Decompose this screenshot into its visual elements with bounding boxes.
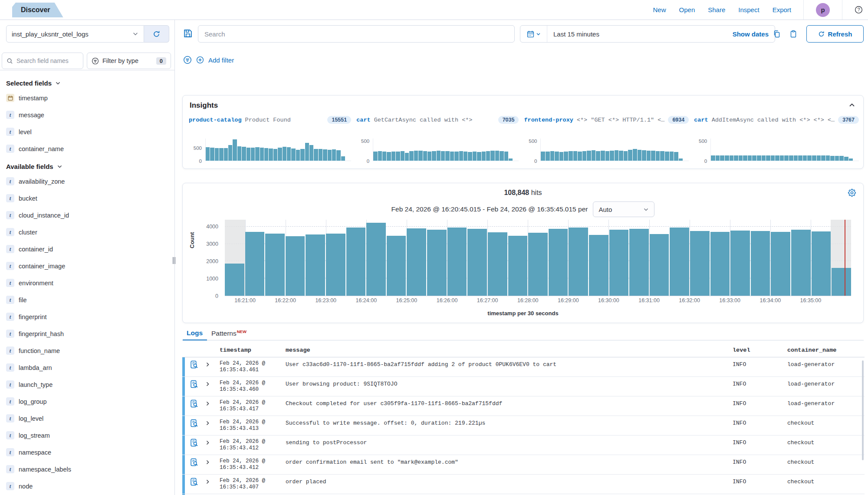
table-row[interactable]: Feb 24, 2026 @16:35:43.417Checkout compl…: [182, 396, 865, 416]
header-link-share[interactable]: Share: [708, 6, 725, 13]
app-tab-discover[interactable]: Discover: [12, 3, 63, 17]
histogram-bar[interactable]: [771, 232, 790, 296]
histogram-bar[interactable]: [832, 268, 851, 296]
table-row[interactable]: Feb 24, 2026 @16:35:43.461User c33ac6d0-…: [182, 357, 865, 377]
chevron-right-icon[interactable]: [202, 436, 215, 455]
header-link-inspect[interactable]: Inspect: [738, 6, 759, 13]
field-item-function_name[interactable]: tfunction_name: [6, 342, 168, 359]
histogram-bar[interactable]: [508, 236, 528, 296]
field-item-namespace[interactable]: tnamespace: [6, 444, 168, 461]
histogram-bar[interactable]: [366, 223, 386, 296]
table-row[interactable]: Feb 24, 2026 @16:35:43.407order placedIN…: [182, 475, 865, 494]
header-link-export[interactable]: Export: [773, 6, 791, 13]
histogram-bar[interactable]: [447, 228, 467, 296]
interval-select[interactable]: Auto: [593, 201, 654, 217]
field-item-cluster[interactable]: tcluster: [6, 224, 168, 241]
histogram-bar[interactable]: [467, 229, 487, 296]
gear-icon[interactable]: [848, 188, 856, 197]
histogram-bar[interactable]: [245, 232, 265, 296]
field-item-container_name[interactable]: tcontainer_name: [6, 140, 168, 157]
histogram-bar[interactable]: [569, 228, 588, 296]
expand-document-icon[interactable]: [185, 377, 202, 396]
filter-list-icon[interactable]: [183, 56, 192, 64]
field-item-namespace_labels[interactable]: tnamespace_labels: [6, 461, 168, 478]
sidebar-resize-handle[interactable]: [171, 256, 177, 265]
expand-document-icon[interactable]: [185, 455, 202, 474]
plus-circle-icon[interactable]: [196, 56, 204, 64]
col-message[interactable]: message: [284, 347, 733, 353]
histogram-bar[interactable]: [730, 231, 750, 296]
histogram-bar[interactable]: [751, 231, 770, 296]
field-item-log_group[interactable]: tlog_group: [6, 393, 168, 410]
chevron-right-icon[interactable]: [202, 416, 215, 435]
chevron-right-icon[interactable]: [202, 396, 215, 416]
clipboard-icon[interactable]: [786, 27, 800, 41]
expand-document-icon[interactable]: [185, 396, 202, 416]
tab-logs[interactable]: Logs: [187, 329, 203, 337]
histogram-bar[interactable]: [265, 234, 285, 296]
chevron-right-icon[interactable]: [202, 377, 215, 396]
expand-document-icon[interactable]: [185, 436, 202, 455]
field-item-timestamp[interactable]: timestamp: [6, 89, 168, 106]
histogram-bar[interactable]: [346, 228, 366, 296]
col-level[interactable]: level: [733, 347, 787, 353]
add-filter-link[interactable]: Add filter: [208, 56, 234, 64]
pattern-line[interactable]: frontend-proxy<*> "GET <*> HTTP/1.1" <…6…: [524, 115, 689, 125]
tab-patterns[interactable]: PatternsNEW: [211, 329, 247, 337]
save-query-icon[interactable]: [183, 29, 193, 38]
histogram-bar[interactable]: [609, 230, 629, 296]
index-pattern-select[interactable]: inst_play_uksntr_otel_logs: [6, 25, 144, 43]
index-pattern-refresh-button[interactable]: [144, 25, 169, 43]
histogram-bar[interactable]: [650, 234, 669, 296]
chevron-right-icon[interactable]: [202, 455, 215, 474]
field-item-node[interactable]: tnode: [6, 478, 168, 495]
expand-document-icon[interactable]: [185, 475, 202, 494]
show-dates-link[interactable]: Show dates: [733, 30, 775, 38]
avatar[interactable]: p: [816, 3, 830, 17]
field-item-availability_zone[interactable]: tavailability_zone: [6, 173, 168, 190]
filter-by-type-button[interactable]: Filter by type 0: [87, 53, 171, 69]
field-item-container_id[interactable]: tcontainer_id: [6, 241, 168, 257]
help-icon[interactable]: ?: [855, 6, 863, 14]
field-item-fingerprint_hash[interactable]: tfingerprint_hash: [6, 325, 168, 342]
pattern-line[interactable]: cartGetCartAsync called with <*>7035: [356, 115, 519, 125]
histogram-bar[interactable]: [710, 232, 730, 296]
field-search-input[interactable]: [16, 57, 79, 64]
pattern-line[interactable]: product-catalogProduct Found15551: [189, 115, 351, 125]
expand-document-icon[interactable]: [185, 416, 202, 435]
field-item-log_stream[interactable]: tlog_stream: [6, 427, 168, 444]
table-scrollbar[interactable]: [862, 360, 864, 460]
histogram-bar[interactable]: [791, 230, 811, 296]
histogram-bar[interactable]: [326, 234, 345, 296]
chevron-right-icon[interactable]: [202, 475, 215, 494]
refresh-button[interactable]: Refresh: [806, 25, 864, 43]
header-link-new[interactable]: New: [653, 6, 666, 13]
chevron-right-icon[interactable]: [202, 357, 215, 376]
field-item-container_image[interactable]: tcontainer_image: [6, 257, 168, 274]
search-input[interactable]: [198, 25, 515, 43]
available-fields-heading[interactable]: Available fields: [6, 160, 168, 173]
copy-icon[interactable]: [770, 27, 784, 41]
collapse-chevron-icon[interactable]: [848, 102, 855, 109]
field-item-log_level[interactable]: tlog_level: [6, 410, 168, 427]
calendar-icon[interactable]: [520, 26, 547, 42]
field-item-lambda_arn[interactable]: tlambda_arn: [6, 359, 168, 376]
field-item-message[interactable]: tmessage: [6, 106, 168, 123]
histogram-bar[interactable]: [589, 235, 608, 296]
histogram-bar[interactable]: [306, 234, 325, 296]
table-row[interactable]: Feb 24, 2026 @16:35:43.413Successful to …: [182, 416, 865, 436]
histogram-bar[interactable]: [528, 233, 548, 296]
field-item-launch_type[interactable]: tlaunch_type: [6, 376, 168, 393]
histogram-bar[interactable]: [629, 229, 649, 296]
histogram-bar[interactable]: [427, 230, 447, 296]
time-range-picker[interactable]: Last 15 minutes Show dates: [520, 25, 775, 43]
histogram-bar[interactable]: [286, 236, 305, 296]
histogram-bar[interactable]: [670, 228, 689, 296]
field-item-bucket[interactable]: tbucket: [6, 190, 168, 207]
col-timestamp[interactable]: timestamp: [215, 347, 284, 353]
selected-fields-heading[interactable]: Selected fields: [6, 76, 168, 89]
histogram-bar[interactable]: [387, 236, 406, 296]
histogram-bar[interactable]: [549, 229, 568, 296]
histogram-bar[interactable]: [488, 232, 507, 296]
field-search[interactable]: [2, 53, 83, 69]
